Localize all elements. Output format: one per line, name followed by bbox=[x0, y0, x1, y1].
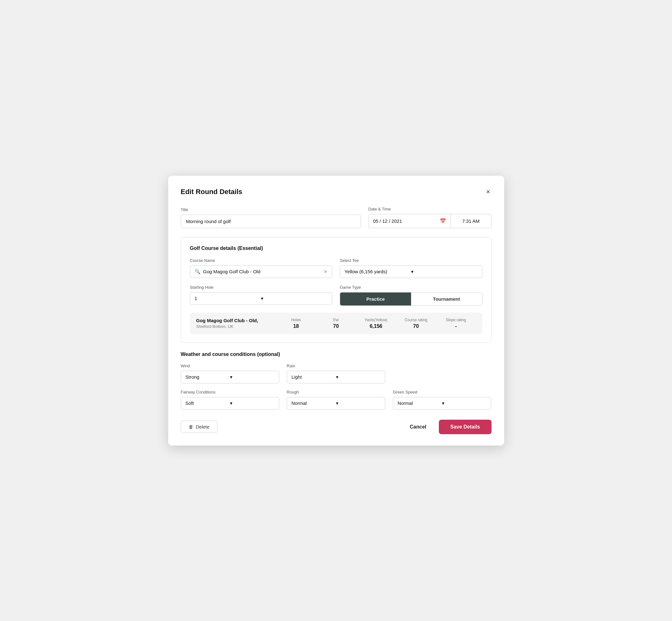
course-rating-value: 70 bbox=[413, 323, 419, 329]
tournament-button[interactable]: Tournament bbox=[411, 292, 482, 305]
green-speed-value: Normal bbox=[397, 401, 442, 406]
select-tee-dropdown[interactable]: Yellow (6,156 yards) ▾ bbox=[340, 265, 482, 278]
par-stat: Par 70 bbox=[316, 318, 356, 329]
select-tee-label: Select Tee bbox=[340, 258, 482, 263]
cancel-button[interactable]: Cancel bbox=[405, 421, 431, 433]
course-name-search[interactable]: 🔍 ✕ bbox=[190, 265, 333, 278]
holes-value: 18 bbox=[293, 323, 299, 329]
title-input[interactable] bbox=[181, 215, 361, 228]
green-speed-group: Green Speed Normal ▾ bbox=[393, 390, 491, 410]
fairway-dropdown[interactable]: Soft ▾ bbox=[181, 397, 279, 410]
footer-right: Cancel Save Details bbox=[405, 420, 492, 434]
yards-label: Yards(Yellow) bbox=[356, 318, 396, 322]
date-value: 05 / 12 / 2021 bbox=[373, 218, 402, 224]
fairway-rough-green-row: Fairway Conditions Soft ▾ Rough Normal ▾… bbox=[181, 390, 492, 410]
delete-button[interactable]: 🗑 Delete bbox=[181, 421, 217, 433]
datetime-label: Date & Time bbox=[369, 207, 492, 211]
fairway-group: Fairway Conditions Soft ▾ bbox=[181, 390, 279, 410]
course-info-name: Gog Magog Golf Club - Old, Shelford Bott… bbox=[196, 318, 276, 329]
holes-stat: Holes 18 bbox=[276, 318, 316, 329]
starting-hole-dropdown[interactable]: 1 ▾ bbox=[190, 292, 333, 305]
top-row: Title Date & Time 05 / 12 / 2021 📅 7:31 … bbox=[181, 207, 492, 228]
chevron-down-icon: ▾ bbox=[230, 374, 275, 380]
wind-group: Wind Strong ▾ bbox=[181, 364, 279, 383]
title-group: Title bbox=[181, 207, 361, 228]
rain-dropdown[interactable]: Light ▾ bbox=[287, 371, 385, 383]
par-value: 70 bbox=[333, 323, 339, 329]
delete-label: Delete bbox=[196, 424, 209, 429]
save-button[interactable]: Save Details bbox=[439, 420, 491, 434]
course-info-location: Shelford Bottom, UK bbox=[196, 324, 276, 329]
starting-hole-game-type-row: Starting Hole 1 ▾ Game Type Practice Tou… bbox=[190, 285, 482, 306]
weather-section: Weather and course conditions (optional)… bbox=[181, 351, 492, 410]
weather-title: Weather and course conditions (optional) bbox=[181, 351, 492, 357]
clear-course-icon[interactable]: ✕ bbox=[324, 269, 328, 274]
holes-label: Holes bbox=[276, 318, 316, 322]
rough-group: Rough Normal ▾ bbox=[287, 390, 385, 410]
starting-hole-value: 1 bbox=[195, 296, 261, 301]
game-type-label: Game Type bbox=[340, 285, 482, 290]
rough-label: Rough bbox=[287, 390, 385, 395]
green-speed-label: Green Speed bbox=[393, 390, 491, 395]
slope-rating-label: Slope rating bbox=[436, 318, 476, 322]
rough-dropdown[interactable]: Normal ▾ bbox=[287, 397, 385, 410]
game-type-group: Game Type Practice Tournament bbox=[340, 285, 482, 306]
chevron-down-icon: ▾ bbox=[442, 401, 487, 406]
fairway-value: Soft bbox=[185, 401, 230, 406]
search-icon: 🔍 bbox=[195, 269, 201, 275]
rough-value: Normal bbox=[292, 401, 336, 406]
datetime-inputs: 05 / 12 / 2021 📅 7:31 AM bbox=[369, 214, 492, 228]
date-input[interactable]: 05 / 12 / 2021 📅 bbox=[369, 214, 451, 228]
yards-value: 6,156 bbox=[370, 323, 382, 329]
wind-value: Strong bbox=[185, 374, 230, 380]
course-name-input[interactable] bbox=[203, 269, 324, 274]
starting-hole-group: Starting Hole 1 ▾ bbox=[190, 285, 333, 306]
modal-header: Edit Round Details × bbox=[181, 187, 492, 197]
par-label: Par bbox=[316, 318, 356, 322]
chevron-down-icon: ▾ bbox=[230, 401, 275, 406]
course-rating-stat: Course rating 70 bbox=[396, 318, 436, 329]
wind-rain-row: Wind Strong ▾ Rain Light ▾ bbox=[181, 364, 492, 383]
rain-group: Rain Light ▾ bbox=[287, 364, 385, 383]
course-info-name-text: Gog Magog Golf Club - Old, bbox=[196, 318, 276, 323]
yards-stat: Yards(Yellow) 6,156 bbox=[356, 318, 396, 329]
title-label: Title bbox=[181, 207, 361, 212]
game-type-toggle: Practice Tournament bbox=[340, 292, 482, 306]
golf-course-title: Golf Course details (Essential) bbox=[190, 246, 482, 251]
wind-dropdown[interactable]: Strong ▾ bbox=[181, 371, 279, 383]
calendar-icon: 📅 bbox=[440, 218, 446, 224]
chevron-down-icon: ▾ bbox=[411, 269, 478, 275]
golf-course-section: Golf Course details (Essential) Course N… bbox=[181, 237, 492, 343]
slope-rating-stat: Slope rating - bbox=[436, 318, 476, 329]
time-input[interactable]: 7:31 AM bbox=[451, 214, 492, 228]
chevron-down-icon: ▾ bbox=[336, 401, 380, 406]
rain-label: Rain bbox=[287, 364, 385, 368]
course-name-group: Course Name 🔍 ✕ bbox=[190, 258, 333, 278]
rain-value: Light bbox=[292, 374, 336, 380]
course-name-tee-row: Course Name 🔍 ✕ Select Tee Yellow (6,156… bbox=[190, 258, 482, 278]
green-speed-dropdown[interactable]: Normal ▾ bbox=[393, 397, 491, 410]
edit-round-modal: Edit Round Details × Title Date & Time 0… bbox=[168, 176, 504, 446]
select-tee-value: Yellow (6,156 yards) bbox=[344, 269, 411, 274]
fairway-label: Fairway Conditions bbox=[181, 390, 279, 395]
chevron-down-icon: ▾ bbox=[261, 296, 328, 301]
course-name-label: Course Name bbox=[190, 258, 333, 263]
time-value: 7:31 AM bbox=[462, 218, 479, 224]
practice-button[interactable]: Practice bbox=[340, 292, 411, 305]
course-info-row: Gog Magog Golf Club - Old, Shelford Bott… bbox=[190, 313, 482, 334]
placeholder-col bbox=[393, 364, 491, 383]
datetime-group: Date & Time 05 / 12 / 2021 📅 7:31 AM bbox=[369, 207, 492, 228]
slope-rating-value: - bbox=[455, 323, 457, 329]
starting-hole-label: Starting Hole bbox=[190, 285, 333, 290]
close-button[interactable]: × bbox=[485, 187, 492, 197]
trash-icon: 🗑 bbox=[189, 424, 194, 429]
footer-row: 🗑 Delete Cancel Save Details bbox=[181, 416, 492, 434]
modal-title: Edit Round Details bbox=[181, 188, 243, 196]
wind-label: Wind bbox=[181, 364, 279, 368]
select-tee-group: Select Tee Yellow (6,156 yards) ▾ bbox=[340, 258, 482, 278]
chevron-down-icon: ▾ bbox=[336, 374, 380, 380]
course-rating-label: Course rating bbox=[396, 318, 436, 322]
